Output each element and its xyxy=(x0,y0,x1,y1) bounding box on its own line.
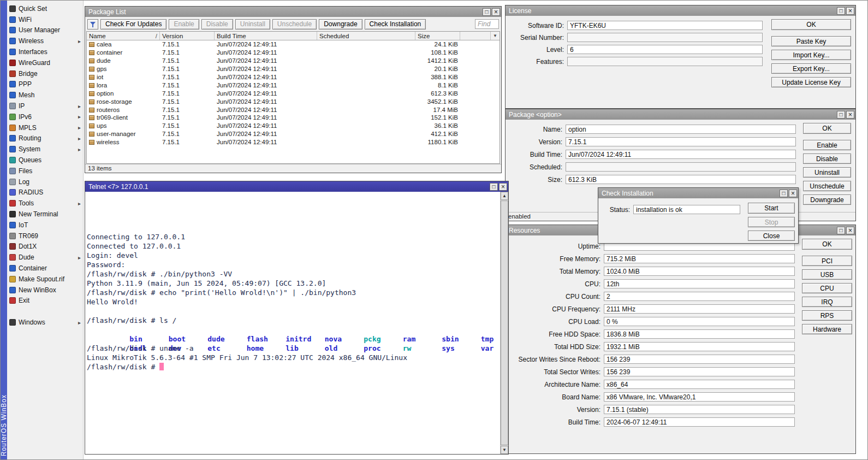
status-field[interactable] xyxy=(633,205,740,214)
column-header-size[interactable]: Size xyxy=(415,32,460,40)
close-action-button[interactable]: Close xyxy=(748,231,795,241)
ok-button[interactable]: OK xyxy=(802,239,852,250)
sidebar-item-tr069[interactable]: TR069 xyxy=(7,231,83,241)
scheduled-field[interactable] xyxy=(566,162,796,172)
column-header-version[interactable]: Version xyxy=(160,32,215,40)
sidebar-item-mesh[interactable]: Mesh xyxy=(7,90,83,101)
pci-button[interactable]: PCI xyxy=(802,256,852,266)
sidebar-item-routing[interactable]: Routing xyxy=(7,133,83,144)
import-key-button[interactable]: Import Key... xyxy=(771,50,851,60)
vertical-scrollbar[interactable] xyxy=(500,192,508,454)
telnet-titlebar[interactable]: Telnet <7> 127.0.0.1 xyxy=(85,181,508,192)
check-installation-button[interactable]: Check Installation xyxy=(365,19,426,30)
export-key-button[interactable]: Export Key... xyxy=(771,63,851,74)
table-row[interactable]: dude7.15.1Jun/07/2024 12:49:111412.1 KiB xyxy=(87,57,500,65)
sidebar-item-log[interactable]: Log xyxy=(7,176,83,187)
check-for-updates-button[interactable]: Check For Updates xyxy=(100,19,167,30)
sidebar-item-bridge[interactable]: Bridge xyxy=(7,68,83,79)
sector-writes-since-reboot-field[interactable] xyxy=(604,355,795,364)
license-titlebar[interactable]: License xyxy=(506,5,855,16)
sidebar-item-files[interactable]: Files xyxy=(7,166,83,176)
table-row[interactable]: container7.15.1Jun/07/2024 12:49:11108.1… xyxy=(87,49,500,57)
size-field[interactable] xyxy=(566,175,796,184)
free-memory-field[interactable] xyxy=(604,254,795,263)
maximize-button[interactable] xyxy=(780,190,788,197)
downgrade-button[interactable]: Downgrade xyxy=(803,194,851,205)
total-hdd-size-field[interactable] xyxy=(604,342,795,351)
start-button[interactable]: Start xyxy=(748,203,795,214)
maximize-button[interactable] xyxy=(837,7,845,15)
table-row[interactable]: tr069-client7.15.1Jun/07/2024 12:49:1115… xyxy=(87,114,500,122)
disable-button[interactable]: Disable xyxy=(201,19,233,30)
sidebar-item-ipv6[interactable]: IPv6 xyxy=(7,111,83,122)
cpu-load-field[interactable] xyxy=(604,317,795,326)
package-option-titlebar[interactable]: Package <option> xyxy=(506,109,855,120)
table-row[interactable]: lora7.15.1Jun/07/2024 12:49:118.1 KiB xyxy=(87,81,500,89)
sidebar-item-ip[interactable]: IP xyxy=(7,101,83,111)
sidebar-item-make-supout[interactable]: Make Supout.rif xyxy=(7,274,83,285)
sidebar-item-wireless[interactable]: Wireless xyxy=(7,36,83,46)
column-select-button[interactable] xyxy=(490,32,500,40)
update-license-key-button[interactable]: Update License Key xyxy=(771,77,851,87)
sidebar-item-ppp[interactable]: PPP xyxy=(7,79,83,90)
table-row[interactable]: gps7.15.1Jun/07/2024 12:49:1120.1 KiB xyxy=(87,65,500,73)
sidebar-item-iot[interactable]: IoT xyxy=(7,220,83,231)
sidebar-item-user-manager[interactable]: User Manager xyxy=(7,25,83,36)
scroll-down-button[interactable] xyxy=(501,446,508,454)
table-row[interactable]: routeros7.15.1Jun/07/2024 12:49:1117.4 M… xyxy=(87,105,500,114)
cpu-field[interactable] xyxy=(604,279,795,288)
paste-key-button[interactable]: Paste Key xyxy=(771,36,851,46)
table-row[interactable]: iot7.15.1Jun/07/2024 12:49:11388.1 KiB xyxy=(87,73,500,81)
close-button[interactable] xyxy=(499,183,507,191)
sidebar-item-queues[interactable]: Queues xyxy=(7,155,83,166)
table-row[interactable]: ups7.15.1Jun/07/2024 12:49:1136.1 KiB xyxy=(87,122,500,130)
table-row[interactable]: rose-storage7.15.1Jun/07/2024 12:49:1134… xyxy=(87,97,500,105)
table-row[interactable]: wireless7.15.1Jun/07/2024 12:49:111180.1… xyxy=(87,138,500,146)
version-field[interactable] xyxy=(566,137,796,146)
rps-button[interactable]: RPS xyxy=(802,310,852,321)
column-header-build-time[interactable]: Build Time xyxy=(215,32,317,40)
unschedule-button[interactable]: Unschedule xyxy=(272,19,317,30)
features-field[interactable] xyxy=(567,57,763,66)
board-name-field[interactable] xyxy=(604,392,795,402)
close-button[interactable] xyxy=(789,190,797,197)
scrollbar-thumb[interactable] xyxy=(501,200,508,445)
maximize-button[interactable] xyxy=(490,183,498,191)
irq-button[interactable]: IRQ xyxy=(802,297,852,307)
check-installation-titlebar[interactable]: Check Installation xyxy=(598,188,798,198)
serial-number-field[interactable] xyxy=(567,33,763,42)
table-row[interactable]: option7.15.1Jun/07/2024 12:49:11612.3 Ki… xyxy=(87,89,500,97)
sidebar-item-quick-set[interactable]: Quick Set xyxy=(7,3,83,14)
total-sector-writes-field[interactable] xyxy=(604,367,795,376)
close-button[interactable] xyxy=(846,111,854,119)
stop-button[interactable]: Stop xyxy=(748,217,795,227)
sidebar-item-wireguard[interactable]: WireGuard xyxy=(7,57,83,68)
close-button[interactable] xyxy=(492,8,500,16)
hardware-button[interactable]: Hardware xyxy=(802,324,852,334)
close-button[interactable] xyxy=(846,7,854,15)
ok-button[interactable]: OK xyxy=(803,123,851,134)
sidebar-item-interfaces[interactable]: Interfaces xyxy=(7,46,83,57)
version-field[interactable] xyxy=(604,405,795,414)
cpu-count-field[interactable] xyxy=(604,292,795,301)
table-row[interactable]: user-manager7.15.1Jun/07/2024 12:49:1141… xyxy=(87,130,500,138)
sidebar-item-dot1x[interactable]: Dot1X xyxy=(7,241,83,252)
enable-button[interactable]: Enable xyxy=(803,140,851,150)
build-time-field[interactable] xyxy=(566,150,796,159)
column-header-scheduled[interactable]: Scheduled xyxy=(317,32,415,40)
sidebar-item-radius[interactable]: RADIUS xyxy=(7,187,83,198)
uninstall-button[interactable]: Uninstall xyxy=(803,167,851,178)
close-button[interactable] xyxy=(846,227,854,234)
terminal-output[interactable]: Connecting to 127.0.0.1 Connected to 127… xyxy=(85,192,500,454)
unschedule-button[interactable]: Unschedule xyxy=(803,181,851,191)
enable-button[interactable]: Enable xyxy=(169,19,199,30)
maximize-button[interactable] xyxy=(837,111,845,119)
cpu-button[interactable]: CPU xyxy=(802,283,852,293)
level-field[interactable] xyxy=(567,45,763,54)
ok-button[interactable]: OK xyxy=(771,19,851,30)
filter-button[interactable] xyxy=(87,19,98,30)
build-time-field[interactable] xyxy=(604,417,795,427)
software-id-field[interactable] xyxy=(567,21,763,30)
name-field[interactable] xyxy=(566,125,796,134)
cpu-frequency-field[interactable] xyxy=(604,304,795,314)
